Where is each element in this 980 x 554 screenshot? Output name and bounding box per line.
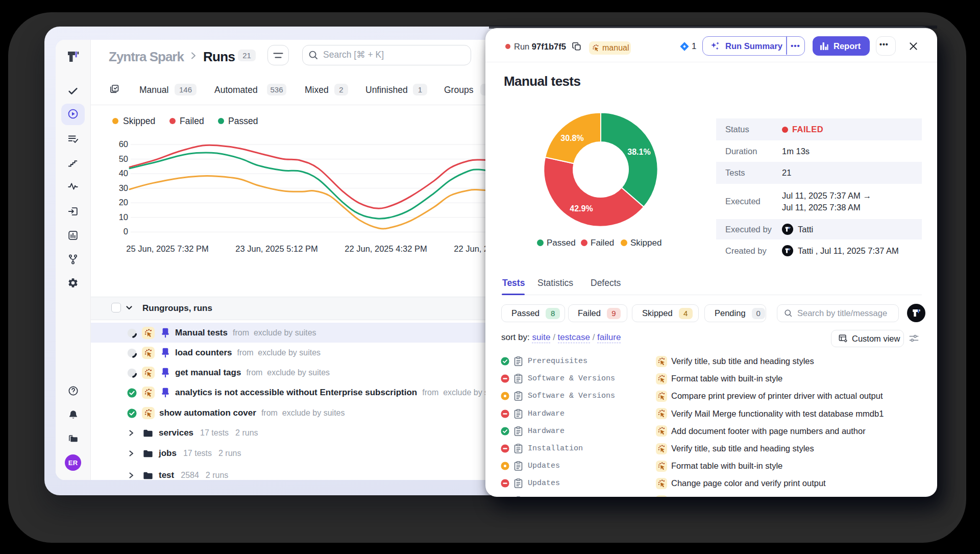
svg-text:42.9%: 42.9%: [570, 204, 593, 213]
svg-text:38.1%: 38.1%: [627, 148, 650, 156]
svg-text:30.8%: 30.8%: [560, 134, 583, 142]
